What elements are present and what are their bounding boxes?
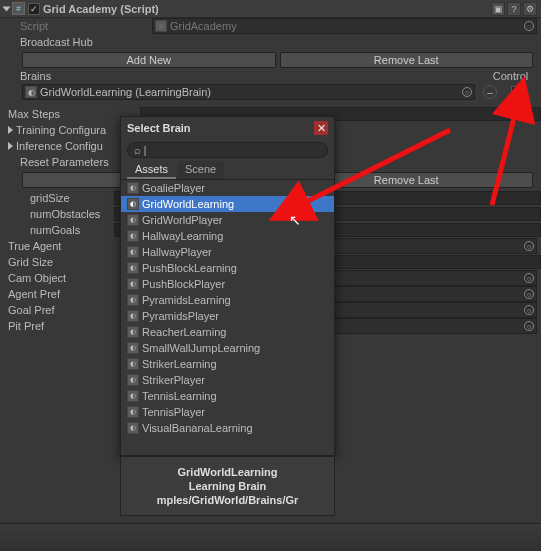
help-icon[interactable]: ? — [507, 2, 521, 16]
training-config-label[interactable]: Training Configura — [16, 124, 106, 136]
control-header: Control — [488, 70, 533, 84]
tab-scene[interactable]: Scene — [177, 161, 224, 179]
close-icon[interactable]: ✕ — [314, 121, 328, 135]
script-icon: # — [12, 2, 25, 15]
list-item[interactable]: ◐SmallWallJumpLearning — [121, 340, 334, 356]
add-new-button[interactable]: Add New — [22, 52, 276, 68]
brain-asset-icon: ◐ — [127, 326, 139, 338]
script-label: Script — [20, 20, 152, 32]
tab-assets[interactable]: Assets — [127, 161, 176, 179]
brain-asset-icon: ◐ — [127, 182, 139, 194]
brain-list: ◐GoaliePlayer◐GridWorldLearning◐GridWorl… — [121, 180, 334, 436]
search-icon: ⌕ — [134, 144, 141, 156]
component-title: Grid Academy (Script) — [43, 3, 159, 15]
list-item[interactable]: ◐ReacherLearning — [121, 324, 334, 340]
list-item[interactable]: ◐PyramidsPlayer — [121, 308, 334, 324]
selection-preview: GridWorldLearning Learning Brain mples/G… — [120, 456, 335, 516]
preview-path: mples/GridWorld/Brains/Gr — [157, 493, 299, 507]
script-value: GridAcademy — [170, 20, 237, 32]
gear-icon[interactable]: ⚙ — [523, 2, 537, 16]
foldout-icon[interactable] — [8, 126, 13, 134]
param-key[interactable]: gridSize — [30, 192, 114, 204]
object-picker-icon[interactable]: ○ — [524, 321, 534, 331]
brain-asset-icon: ◐ — [127, 198, 139, 210]
brain-asset-icon: ◐ — [127, 374, 139, 386]
list-item[interactable]: ◐TennisPlayer — [121, 404, 334, 420]
list-item[interactable]: ◐GoaliePlayer — [121, 180, 334, 196]
list-item[interactable]: ◐VisualBananaLearning — [121, 420, 334, 436]
script-field: # GridAcademy ○ — [152, 18, 537, 34]
preview-type: Learning Brain — [189, 479, 267, 493]
remove-brain-button[interactable]: – — [483, 85, 497, 99]
brain-asset-icon: ◐ — [127, 278, 139, 290]
list-item[interactable]: ◐TennisLearning — [121, 388, 334, 404]
param-key[interactable]: numObstacles — [30, 208, 114, 220]
list-item[interactable]: ◐PyramidsLearning — [121, 292, 334, 308]
object-picker-icon[interactable]: ○ — [462, 87, 472, 97]
popup-title: Select Brain — [127, 122, 191, 134]
csharp-icon: # — [155, 20, 167, 32]
list-item[interactable]: ◐HallwayPlayer — [121, 244, 334, 260]
list-item[interactable]: ◐HallwayLearning — [121, 228, 334, 244]
reference-icon[interactable]: ▣ — [491, 2, 505, 16]
list-item[interactable]: ◐StrikerLearning — [121, 356, 334, 372]
foldout-icon[interactable] — [8, 142, 13, 150]
list-item[interactable]: ◐StrikerPlayer — [121, 372, 334, 388]
object-picker-icon[interactable]: ○ — [524, 273, 534, 283]
brain-asset-icon: ◐ — [127, 406, 139, 418]
brain-asset-icon: ◐ — [127, 342, 139, 354]
brains-header: Brains — [8, 70, 488, 84]
component-header[interactable]: # ✓ Grid Academy (Script) ▣ ? ⚙ — [0, 0, 541, 18]
brain-asset-icon: ◐ — [127, 214, 139, 226]
brain-field[interactable]: ◐ GridWorldLearning (LearningBrain) ○ — [22, 84, 475, 100]
param-key[interactable]: numGoals — [30, 224, 114, 236]
list-item[interactable]: ◐GridWorldLearning — [121, 196, 334, 212]
inspector-footer — [0, 523, 541, 551]
object-picker-icon: ○ — [524, 21, 534, 31]
inference-config-label[interactable]: Inference Configu — [16, 140, 103, 152]
brain-asset-icon: ◐ — [25, 86, 37, 98]
remove-last-button[interactable]: Remove Last — [280, 52, 534, 68]
brain-asset-icon: ◐ — [127, 246, 139, 258]
brain-asset-icon: ◐ — [127, 262, 139, 274]
brain-asset-icon: ◐ — [127, 230, 139, 242]
control-checkbox[interactable]: ✓ — [511, 86, 523, 98]
select-brain-popup: Select Brain ✕ ⌕ | Assets Scene ◐GoalieP… — [120, 116, 335, 456]
foldout-icon[interactable] — [3, 6, 11, 11]
enable-checkbox[interactable]: ✓ — [28, 3, 40, 15]
broadcast-label: Broadcast Hub — [20, 36, 152, 48]
preview-name: GridWorldLearning — [177, 465, 277, 479]
object-picker-icon[interactable]: ○ — [524, 241, 534, 251]
list-item[interactable]: ◐PushBlockLearning — [121, 260, 334, 276]
brain-asset-icon: ◐ — [127, 310, 139, 322]
brain-asset-icon: ◐ — [127, 294, 139, 306]
brain-asset-icon: ◐ — [127, 390, 139, 402]
brain-asset-icon: ◐ — [127, 358, 139, 370]
list-item[interactable]: ◐PushBlockPlayer — [121, 276, 334, 292]
brain-value: GridWorldLearning (LearningBrain) — [40, 86, 211, 98]
search-input[interactable]: ⌕ | — [127, 142, 328, 158]
object-picker-icon[interactable]: ○ — [524, 289, 534, 299]
object-picker-icon[interactable]: ○ — [524, 305, 534, 315]
list-item[interactable]: ◐GridWorldPlayer — [121, 212, 334, 228]
brain-asset-icon: ◐ — [127, 422, 139, 434]
